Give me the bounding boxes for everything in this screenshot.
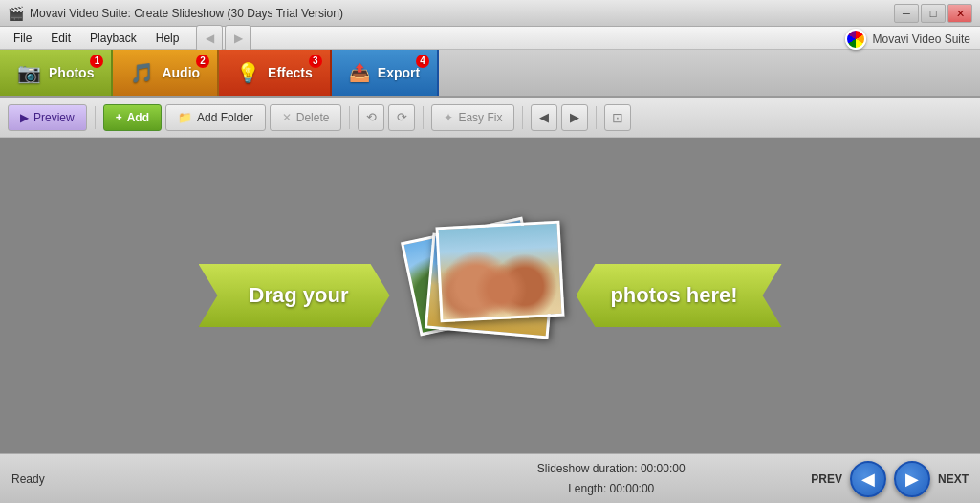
preview-button[interactable]: ▶ Preview [8, 104, 87, 131]
prev-nav-button[interactable]: ◀ [531, 104, 557, 131]
add-button[interactable]: + Add [103, 104, 162, 131]
delete-button[interactable]: ✕ Delete [270, 104, 342, 131]
length-label: Length: [568, 482, 606, 495]
status-ready: Ready [11, 472, 411, 486]
menu-playback[interactable]: Playback [80, 30, 146, 47]
separator-1 [95, 106, 96, 129]
main-area: Drag your photos here! [0, 138, 980, 453]
tab-effects-label: Effects [268, 65, 313, 80]
easy-fix-label: Easy Fix [458, 111, 502, 124]
effects-icon: 💡 [236, 61, 260, 84]
add-icon: + [116, 111, 122, 124]
brand-area: Movavi Video Suite [845, 29, 970, 50]
rotate-right-button[interactable]: ⟳ [388, 104, 415, 131]
audio-icon: 🎵 [130, 61, 154, 84]
export-icon: 📤 [349, 62, 370, 83]
undo-button[interactable]: ◀ [196, 25, 223, 52]
drag-left-text: Drag your [250, 283, 349, 308]
separator-2 [349, 106, 350, 129]
titlebar-title: Movavi Video Suite: Create Slideshow (30… [30, 7, 894, 20]
tab-photos[interactable]: 📷 Photos 1 [0, 50, 113, 96]
nav-tabs: 📷 Photos 1 🎵 Audio 2 💡 Effects 3 📤 Expor… [0, 50, 980, 98]
drag-prompt: Drag your photos here! [199, 209, 782, 382]
length-value: 00:00:00 [610, 482, 655, 495]
brand-name: Movavi Video Suite [872, 33, 970, 46]
menu-help[interactable]: Help [146, 30, 189, 47]
brand-logo [845, 29, 866, 50]
prev-button[interactable]: ◀ [850, 461, 886, 497]
preview-icon: ▶ [20, 111, 29, 124]
tab-export-number: 4 [416, 55, 429, 68]
delete-label: Delete [296, 111, 330, 124]
add-folder-button[interactable]: 📁 Add Folder [165, 104, 266, 131]
crop-button[interactable]: ⊡ [604, 104, 631, 131]
separator-5 [596, 106, 597, 129]
duration-value: 00:00:00 [641, 462, 686, 475]
titlebar: 🎬 Movavi Video Suite: Create Slideshow (… [0, 0, 980, 27]
tab-photos-number: 1 [90, 55, 103, 68]
add-label: Add [127, 111, 149, 124]
photo-card-3 [435, 221, 564, 323]
next-nav-button[interactable]: ▶ [561, 104, 588, 131]
tab-effects[interactable]: 💡 Effects 3 [219, 50, 332, 96]
tab-audio-label: Audio [162, 65, 200, 80]
app-icon: 🎬 [8, 6, 24, 21]
next-button[interactable]: ▶ [894, 461, 930, 497]
drag-right-text: photos here! [610, 283, 737, 308]
close-button[interactable]: ✕ [947, 4, 972, 23]
redo-button[interactable]: ▶ [225, 25, 251, 52]
next-label: NEXT [938, 472, 969, 486]
drag-right-arrow: photos here! [577, 264, 782, 327]
separator-4 [522, 106, 523, 129]
restore-button[interactable]: □ [921, 4, 946, 23]
tab-effects-number: 3 [309, 55, 322, 68]
preview-label: Preview [33, 111, 75, 124]
rotate-left-button[interactable]: ⟲ [358, 104, 384, 131]
menu-edit[interactable]: Edit [41, 30, 80, 47]
tab-audio[interactable]: 🎵 Audio 2 [113, 50, 219, 96]
menu-file[interactable]: File [4, 30, 41, 47]
toolbar: ▶ Preview + Add 📁 Add Folder ✕ Delete ⟲ … [0, 98, 980, 138]
photos-icon: 📷 [17, 61, 41, 84]
duration-label: Slideshow duration: [537, 462, 638, 475]
drag-left-arrow: Drag your [199, 264, 390, 327]
tab-audio-number: 2 [196, 55, 209, 68]
photo-stack [400, 209, 572, 382]
tab-export[interactable]: 📤 Export 4 [332, 50, 439, 96]
folder-icon: 📁 [178, 111, 192, 124]
separator-3 [423, 106, 424, 129]
prev-label: PREV [811, 472, 842, 486]
tab-photos-label: Photos [49, 65, 94, 80]
easyfix-icon: ✦ [444, 111, 453, 124]
minimize-button[interactable]: ─ [894, 4, 919, 23]
tab-export-label: Export [378, 65, 420, 80]
nav-buttons: PREV ◀ ▶ NEXT [811, 461, 969, 497]
status-info: Slideshow duration: 00:00:00 Length: 00:… [411, 459, 811, 498]
delete-icon: ✕ [282, 111, 292, 124]
add-folder-label: Add Folder [197, 111, 253, 124]
titlebar-controls: ─ □ ✕ [894, 4, 972, 23]
menubar: File Edit Playback Help ◀ ▶ Movavi Video… [0, 27, 980, 50]
statusbar: Ready Slideshow duration: 00:00:00 Lengt… [0, 453, 980, 503]
easy-fix-button[interactable]: ✦ Easy Fix [431, 104, 514, 131]
